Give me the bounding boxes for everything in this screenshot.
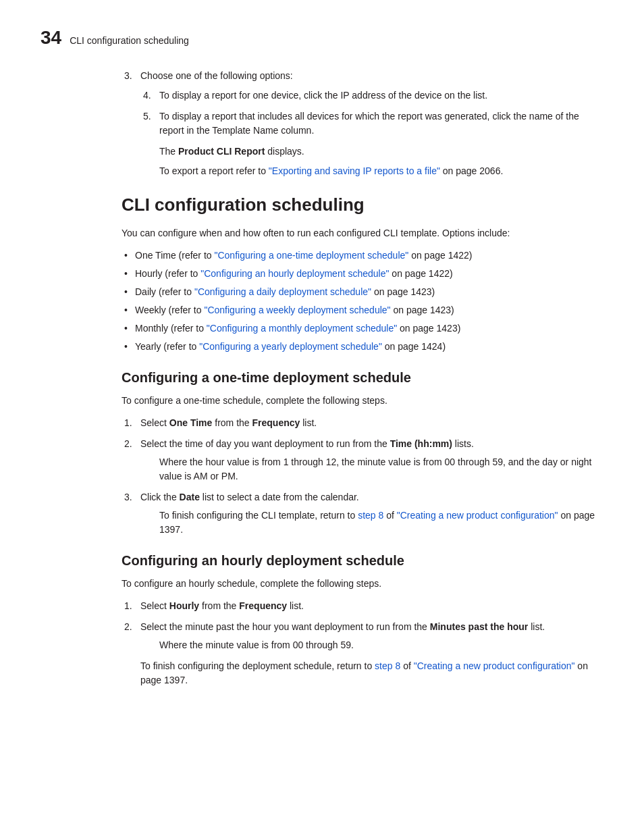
option-1-text: To display a report for one device, clic… (159, 90, 487, 101)
step1-bold1: One Time (169, 417, 213, 428)
hourly-section: Configuring an hourly deployment schedul… (122, 553, 603, 687)
hourly-final-note: To finish configuring the deployment sch… (140, 659, 603, 687)
step2-pre: Select the time of day you want deployme… (140, 438, 390, 449)
option-one-time-text: One Time (refer to (135, 250, 214, 261)
step3-end: list to select a date from the calendar. (200, 492, 359, 502)
export-text-post: on page 2066. (440, 165, 503, 176)
weekly-page: on page 1423) (391, 305, 454, 315)
hourly-page: on page 1422) (389, 268, 452, 279)
option-monthly-text: Monthly (refer to (135, 323, 207, 334)
option-hourly: Hourly (refer to "Configuring an hourly … (122, 267, 603, 281)
main-section: CLI configuration scheduling You can con… (122, 194, 603, 354)
step2-bold1: Time (hh:mm) (390, 438, 452, 449)
export-link[interactable]: "Exporting and saving IP reports to a fi… (269, 165, 440, 176)
h-step2-end: list. (528, 621, 545, 632)
h-final-mid: of (400, 660, 413, 671)
step3-note: To finish configuring the CLI template, … (159, 509, 603, 537)
h-step1-pre: Select (140, 600, 169, 611)
main-intro: You can configure when and how often to … (122, 226, 603, 240)
option-yearly-text: Yearly (refer to (135, 341, 199, 352)
option-weekly: Weekly (refer to "Configuring a weekly d… (122, 303, 603, 317)
one-time-steps: Select One Time from the Frequency list.… (122, 416, 603, 537)
hourly-link[interactable]: "Configuring an hourly deployment schedu… (200, 268, 389, 279)
hourly-heading: Configuring an hourly deployment schedul… (122, 553, 603, 569)
step1-bold2: Frequency (252, 417, 300, 428)
intro-section: Choose one of the following options: To … (122, 69, 603, 178)
hourly-steps: Select Hourly from the Frequency list. S… (122, 599, 603, 652)
intro-area: Choose one of the following options: To … (122, 69, 603, 687)
monthly-page: on page 1423) (397, 323, 460, 334)
step3-link[interactable]: step 8 (358, 510, 383, 521)
h-step1-end: list. (287, 600, 304, 611)
chapter-number: 34 (41, 27, 61, 49)
step-3-text: Choose one of the following options: (140, 70, 293, 81)
daily-link[interactable]: "Configuring a daily deployment schedule… (194, 286, 371, 297)
h-step1-mid: from the (199, 600, 239, 611)
option-yearly: Yearly (refer to "Configuring a yearly d… (122, 340, 603, 354)
option-hourly-text: Hourly (refer to (135, 268, 200, 279)
step1-mid: from the (212, 417, 252, 428)
option-daily: Daily (refer to "Configuring a daily dep… (122, 285, 603, 299)
step1-pre: Select (140, 417, 169, 428)
one-time-link[interactable]: "Configuring a one-time deployment sched… (214, 250, 408, 261)
h-step1-bold1: Hourly (169, 600, 199, 611)
hourly-step-1: Select Hourly from the Frequency list. (122, 599, 603, 613)
main-heading: CLI configuration scheduling (122, 194, 603, 215)
product-cli-end: displays. (265, 146, 304, 157)
h-final-link[interactable]: step 8 (375, 660, 400, 671)
page-header: 34 CLI configuration scheduling (41, 27, 603, 49)
option-weekly-text: Weekly (refer to (135, 305, 204, 315)
one-time-step-2: Select the time of day you want deployme… (122, 437, 603, 484)
h-final-pre: To finish configuring the deployment sch… (140, 660, 375, 671)
h-step2-note-text: Where the minute value is from 00 throug… (159, 638, 603, 652)
option-one-time: One Time (refer to "Configuring a one-ti… (122, 249, 603, 263)
step3-link2[interactable]: "Creating a new product configuration" (397, 510, 558, 521)
hourly-step2-note: Where the minute value is from 00 throug… (159, 638, 603, 652)
option-daily-text: Daily (refer to (135, 286, 194, 297)
yearly-link[interactable]: "Configuring a yearly deployment schedul… (199, 341, 382, 352)
weekly-link[interactable]: "Configuring a weekly deployment schedul… (204, 305, 390, 315)
step2-note-text: Where the hour value is from 1 through 1… (159, 455, 603, 484)
option-monthly: Monthly (refer to "Configuring a monthly… (122, 321, 603, 336)
option-2: To display a report that includes all de… (140, 109, 603, 138)
step1-end: list. (300, 417, 317, 428)
product-cli-note: The Product CLI Report displays. To expo… (159, 145, 603, 178)
one-time-step-3: Click the Date list to select a date fro… (122, 490, 603, 537)
product-cli-bold: Product CLI Report (178, 146, 265, 157)
step3-bold1: Date (180, 492, 200, 502)
page: 34 CLI configuration scheduling Choose o… (0, 0, 644, 834)
option-2-text: To display a report that includes all de… (159, 111, 579, 136)
hourly-step-2: Select the minute past the hour you want… (122, 620, 603, 652)
one-time-intro: To configure a one-time schedule, comple… (122, 394, 603, 408)
one-time-section: Configuring a one-time deployment schedu… (122, 370, 603, 537)
monthly-link[interactable]: "Configuring a monthly deployment schedu… (207, 323, 397, 334)
h-final-link2[interactable]: "Creating a new product configuration" (414, 660, 575, 671)
product-cli-pre: The (159, 146, 178, 157)
h-step1-bold2: Frequency (239, 600, 287, 611)
export-text-pre: To export a report refer to (159, 165, 269, 176)
step3-note-mid: of (383, 510, 396, 521)
daily-page: on page 1423) (371, 286, 435, 297)
one-time-heading: Configuring a one-time deployment schedu… (122, 370, 603, 386)
step-3-item: Choose one of the following options: To … (122, 69, 603, 178)
option-1: To display a report for one device, clic… (140, 88, 603, 103)
yearly-page: on page 1424) (382, 341, 446, 352)
step2-note: Where the hour value is from 1 through 1… (159, 455, 603, 484)
one-time-page: on page 1422) (408, 250, 472, 261)
step3-pre: Click the (140, 492, 180, 502)
step3-note-pre: To finish configuring the CLI template, … (159, 510, 358, 521)
step2-end: lists. (452, 438, 474, 449)
h-step2-pre: Select the minute past the hour you want… (140, 621, 430, 632)
options-list: One Time (refer to "Configuring a one-ti… (122, 249, 603, 354)
chapter-title: CLI configuration scheduling (70, 35, 189, 46)
h-step2-bold: Minutes past the hour (430, 621, 528, 632)
one-time-step-1: Select One Time from the Frequency list. (122, 416, 603, 430)
hourly-intro: To configure an hourly schedule, complet… (122, 577, 603, 591)
